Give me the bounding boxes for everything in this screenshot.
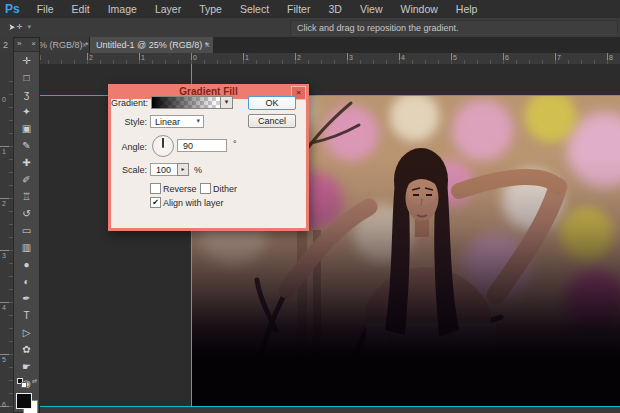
swap-colors-icon[interactable]: ⇄: [32, 377, 37, 384]
custom-shape-tool[interactable]: ✿: [14, 341, 39, 358]
ruler-label: 0: [2, 96, 6, 103]
status-bar-strip: [13, 407, 620, 413]
color-swatches: ⇄: [14, 392, 39, 412]
horizontal-guide-bottom: [13, 406, 620, 407]
align-with-layer-checkbox[interactable]: ✔: [150, 197, 161, 208]
menu-file[interactable]: File: [28, 1, 63, 18]
check-icon: ✔: [152, 198, 159, 207]
angle-label: Angle:: [111, 142, 147, 152]
hand-tool[interactable]: ☛: [14, 358, 39, 375]
close-icon[interactable]: ×: [31, 39, 36, 48]
menu-layer[interactable]: Layer: [146, 1, 190, 18]
scale-spinner-button[interactable]: ▸: [177, 163, 189, 176]
gradient-dropdown-button[interactable]: ▼: [220, 96, 233, 109]
menu-type[interactable]: Type: [190, 1, 231, 18]
crop-tool[interactable]: ▣: [14, 120, 39, 137]
menu-3d[interactable]: 3D: [319, 1, 350, 18]
menu-view[interactable]: View: [351, 1, 392, 18]
path-selection-tool[interactable]: ▷: [14, 324, 39, 341]
angle-dial[interactable]: [152, 135, 174, 157]
vertical-ruler[interactable]: 0 1 2 3 4 5 6: [0, 64, 14, 413]
tab-label-fragment: 2: [3, 40, 8, 50]
percent-unit: %: [194, 165, 202, 175]
angle-dial-center: [162, 145, 165, 148]
angle-input[interactable]: 90: [177, 139, 227, 152]
eraser-tool[interactable]: ▭: [14, 222, 39, 239]
document-tab-bar: 2 13% (RGB/8) * × Untitled-1 @ 25% (RGB/…: [0, 37, 620, 53]
ok-button[interactable]: OK: [248, 96, 296, 110]
dither-label: Dither: [213, 184, 237, 194]
collapse-panel-icon[interactable]: »: [17, 39, 20, 48]
degree-unit: °: [233, 139, 237, 149]
style-value: Linear: [155, 117, 180, 127]
ruler-label: 2: [297, 54, 301, 61]
menu-window[interactable]: Window: [391, 1, 446, 18]
style-select[interactable]: Linear ▾: [150, 115, 204, 128]
chevron-down-icon: ▼: [224, 99, 230, 105]
dither-checkbox[interactable]: [200, 183, 211, 194]
ruler-label: 7: [557, 54, 561, 61]
menu-image[interactable]: Image: [99, 1, 146, 18]
ruler-label: 8: [609, 54, 613, 61]
pen-tool[interactable]: ✒: [14, 290, 39, 307]
foreground-color-swatch[interactable]: [16, 393, 32, 409]
ruler-label: 0: [193, 54, 197, 61]
tool-preset-picker[interactable]: ➤ ✛ ▾: [8, 20, 31, 34]
move-cross-icon: ✛: [17, 23, 23, 31]
gradient-preview-well[interactable]: [151, 96, 221, 109]
ruler-label: 4: [2, 304, 6, 311]
menu-filter[interactable]: Filter: [278, 1, 319, 18]
tab-untitled-1[interactable]: Untitled-1 @ 25% (RGB/8) * ×: [90, 37, 213, 53]
chevron-down-icon: ▾: [27, 23, 31, 31]
horizontal-guide-top: [13, 95, 620, 96]
options-bar: ➤ ✛ ▾ Click and drag to reposition the g…: [0, 18, 620, 38]
ruler-label: 5: [2, 356, 6, 363]
hint-message-box: Click and drag to reposition the gradien…: [290, 20, 618, 35]
gradient-tool[interactable]: ▥: [14, 239, 39, 256]
ruler-label: 5: [453, 54, 457, 61]
scale-label: Scale:: [111, 165, 147, 175]
reverse-checkbox[interactable]: [150, 183, 161, 194]
menu-select[interactable]: Select: [231, 1, 278, 18]
ruler-label: 3: [2, 252, 6, 259]
clone-stamp-tool[interactable]: ♖: [14, 188, 39, 205]
ruler-label: 1: [2, 148, 6, 155]
ruler-label: 4: [401, 54, 405, 61]
move-tool-icon: ➤: [8, 22, 15, 32]
ruler-label: 1: [245, 54, 249, 61]
ruler-label: 2: [2, 200, 6, 207]
scale-input[interactable]: 100: [150, 163, 178, 176]
ruler-label: 1: [141, 54, 145, 61]
menu-bar: Ps File Edit Image Layer Type Select Fil…: [0, 0, 620, 19]
cancel-button[interactable]: Cancel: [248, 114, 296, 128]
default-colors-icon[interactable]: [21, 382, 27, 388]
rectangular-marquee-tool[interactable]: □: [14, 69, 39, 86]
move-tool[interactable]: ✛: [14, 52, 39, 69]
spot-healing-brush-tool[interactable]: ✚: [14, 154, 39, 171]
tools-panel: » × ✛ □ ʒ ✦ ▣ ✎ ✚ ✐ ♖ ↺ ▭ ▥ ● ◐ ✒ T ▷ ✿ …: [13, 37, 40, 413]
history-brush-tool[interactable]: ↺: [14, 205, 39, 222]
eyedropper-tool[interactable]: ✎: [14, 137, 39, 154]
gradient-label: Gradient:: [111, 98, 148, 108]
brush-tool[interactable]: ✐: [14, 171, 39, 188]
photoshop-logo: Ps: [0, 2, 28, 16]
chevron-down-icon: ▾: [196, 117, 200, 125]
tab-label: Untitled-1 @ 25% (RGB/8) *: [96, 40, 208, 50]
menu-edit[interactable]: Edit: [63, 1, 99, 18]
close-icon[interactable]: ×: [205, 40, 210, 50]
chevron-right-icon: ▸: [181, 166, 184, 172]
ruler-label: 2: [89, 54, 93, 61]
close-icon[interactable]: ×: [82, 40, 87, 50]
ruler-label: 6: [505, 54, 509, 61]
tools-panel-header[interactable]: » ×: [14, 38, 39, 52]
style-label: Style:: [111, 117, 147, 127]
gradient-fill-dialog: Gradient Fill × Gradient: ▼ OK Cancel St…: [108, 84, 309, 231]
blur-tool[interactable]: ●: [14, 256, 39, 273]
photoshop-window: Ps File Edit Image Layer Type Select Fil…: [0, 0, 620, 413]
quick-selection-tool[interactable]: ✦: [14, 103, 39, 120]
hint-text: Click and drag to reposition the gradien…: [291, 23, 459, 33]
type-tool[interactable]: T: [14, 307, 39, 324]
dodge-tool[interactable]: ◐: [14, 273, 39, 290]
lasso-tool[interactable]: ʒ: [14, 86, 39, 103]
menu-help[interactable]: Help: [447, 1, 487, 18]
